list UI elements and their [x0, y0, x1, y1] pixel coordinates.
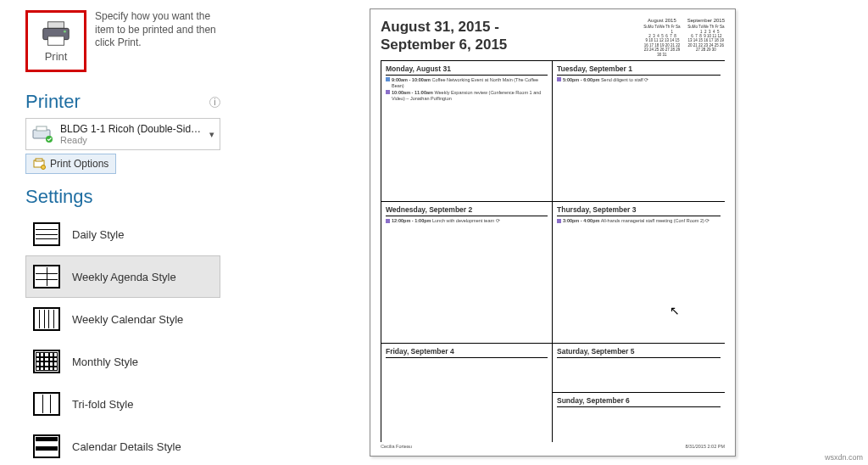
- calendar-grid: Monday, August 31 9:00am - 10:00am Coffe…: [381, 60, 725, 442]
- printer-status-icon: [31, 125, 55, 143]
- watermark: wsxdn.com: [825, 453, 863, 462]
- svg-rect-5: [36, 126, 47, 131]
- style-trifold-icon: [33, 392, 60, 416]
- printer-name: BLDG 1-1 Ricoh (Double-Sid…: [60, 123, 206, 135]
- print-preview-area: ↖ August 31, 2015 - September 6, 2015 Au…: [237, 0, 868, 465]
- print-button[interactable]: Print: [25, 10, 86, 72]
- print-header-section: Print Specify how you want the item to b…: [25, 10, 220, 72]
- cell-friday: Friday, September 4: [381, 344, 553, 442]
- info-icon[interactable]: i: [209, 97, 220, 108]
- svg-point-6: [46, 136, 53, 143]
- settings-list: Daily Style Weekly Agenda Style Weekly C…: [25, 213, 220, 465]
- preview-title: August 31, 2015 - September 6, 2015: [381, 18, 507, 57]
- preview-footer: Cecilia Forteau 8/31/2015 2:02 PM: [381, 444, 725, 449]
- chevron-down-icon: ▾: [209, 129, 214, 140]
- event: 10:00am - 11:00am Weekly Expansion revie…: [386, 90, 548, 102]
- print-options-button[interactable]: Print Options: [25, 154, 116, 174]
- event: 9:00am - 10:00am Coffee Networking Event…: [386, 77, 548, 89]
- style-calendar-details-icon: [33, 434, 60, 458]
- style-monthly[interactable]: Monthly Style: [25, 340, 220, 383]
- style-weekly-calendar-icon: [33, 307, 60, 331]
- event: 3:00pm - 4:00pm All-hands managerial sta…: [557, 218, 721, 224]
- printer-selector[interactable]: BLDG 1-1 Ricoh (Double-Sid… Ready ▾: [25, 118, 220, 150]
- event: 5:00pm - 6:00pm Send diligent to staff ⟳: [557, 77, 721, 83]
- printer-section-title: Printer i: [25, 91, 220, 113]
- preview-page: August 31, 2015 - September 6, 2015 Augu…: [370, 8, 736, 457]
- print-button-label: Print: [45, 50, 68, 63]
- print-description: Specify how you want the item to be prin…: [95, 10, 220, 50]
- settings-section-title: Settings: [25, 186, 220, 208]
- print-settings-panel: Print Specify how you want the item to b…: [0, 0, 237, 465]
- svg-point-9: [42, 165, 46, 170]
- style-calendar-details[interactable]: Calendar Details Style: [25, 425, 220, 465]
- style-weekly-calendar[interactable]: Weekly Calendar Style: [25, 298, 220, 340]
- style-daily[interactable]: Daily Style: [25, 213, 220, 255]
- svg-rect-0: [48, 22, 64, 29]
- minical-august: August 2015SuMo TuWe Th Fr Sa 1 2 3 4 5 …: [643, 18, 680, 57]
- event: 12:00pm - 1:00pm Lunch with development …: [386, 218, 548, 224]
- svg-rect-2: [48, 36, 64, 45]
- cell-weekend: Saturday, September 5 Sunday, September …: [553, 344, 725, 442]
- cell-monday: Monday, August 31 9:00am - 10:00am Coffe…: [381, 61, 553, 203]
- printer-icon: [40, 20, 72, 48]
- cell-wednesday: Wednesday, September 2 12:00pm - 1:00pm …: [381, 202, 553, 344]
- style-daily-icon: [33, 222, 60, 246]
- cell-thursday: Thursday, September 3 3:00pm - 4:00pm Al…: [553, 202, 725, 344]
- style-weekly-agenda-icon: [33, 265, 60, 289]
- print-options-icon: [33, 158, 47, 170]
- minical-september: September 2015SuMo TuWe Th Fr Sa 1 2 3 4…: [687, 18, 725, 57]
- cell-tuesday: Tuesday, September 1 5:00pm - 6:00pm Sen…: [553, 61, 725, 203]
- svg-rect-8: [36, 159, 42, 161]
- style-weekly-agenda[interactable]: Weekly Agenda Style: [25, 255, 220, 298]
- printer-status: Ready: [60, 135, 206, 145]
- style-trifold[interactable]: Tri-fold Style: [25, 383, 220, 425]
- svg-point-3: [64, 31, 66, 33]
- style-monthly-icon: [33, 350, 60, 373]
